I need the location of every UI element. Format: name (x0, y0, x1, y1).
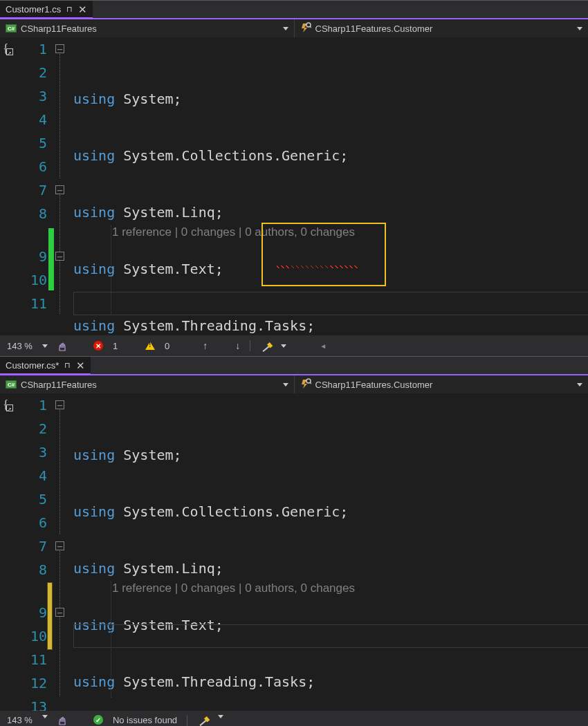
tab-strip: Customer1.cs ⊓ ✕ (0, 0, 588, 18)
next-issue-button[interactable]: ↓ (235, 340, 240, 351)
tab-title: Customer1.cs (6, 4, 61, 15)
current-line-highlight (73, 624, 588, 648)
change-marker (47, 582, 53, 650)
line-numbers: 12345678 910111213 (21, 393, 54, 711)
chevron-down-icon[interactable] (42, 715, 48, 718)
health-indicator-icon[interactable] (57, 341, 68, 351)
pin-icon[interactable]: ⊓ (64, 361, 71, 370)
change-marker (48, 228, 54, 290)
ok-icon[interactable]: ✓ (93, 715, 103, 725)
nav-class-dropdown[interactable]: CSharp11Features.Customer (294, 19, 589, 37)
nav-class-label: CSharp11Features.Customer (315, 380, 433, 390)
editor-status-bar: 143 % ✕ 1 0 ↑ ↓ ◄ (0, 335, 588, 356)
tab-customer1[interactable]: Customer1.cs ⊓ ✕ (0, 1, 93, 19)
csharp-icon: C# (6, 24, 17, 32)
error-count: 1 (113, 341, 118, 351)
error-icon[interactable]: ✕ (93, 341, 103, 351)
pin-icon[interactable]: ⊓ (66, 5, 73, 14)
scroll-left-icon[interactable]: ◄ (320, 342, 327, 350)
csharp-icon: C# (6, 380, 17, 389)
navigation-bar: C# CSharp11Features CSharp11Features.Cus… (0, 374, 588, 393)
nav-class-label: CSharp11Features.Customer (315, 24, 433, 34)
navigation-bar: C# CSharp11Features CSharp11Features.Cus… (0, 18, 588, 37)
tab-customer[interactable]: Customer.cs* ⊓ ✕ (0, 357, 91, 375)
structure-visualizer-icon[interactable]: {↗ (0, 41, 21, 56)
svg-line-1 (310, 26, 311, 28)
chevron-down-icon[interactable] (218, 715, 223, 718)
fold-gutter[interactable] (54, 37, 73, 335)
zoom-level[interactable]: 143 % (7, 341, 33, 351)
zoom-level[interactable]: 143 % (7, 715, 33, 725)
class-icon (300, 22, 311, 35)
warning-count: 0 (165, 341, 169, 351)
chevron-down-icon[interactable] (281, 344, 286, 348)
nav-namespace-label: CSharp11Features (21, 380, 97, 390)
fold-toggle[interactable] (55, 541, 64, 550)
nav-namespace-dropdown[interactable]: C# CSharp11Features (0, 19, 294, 37)
chevron-down-icon (577, 383, 582, 387)
nav-class-dropdown[interactable]: CSharp11Features.Customer (294, 375, 589, 393)
tab-title: Customer.cs* (6, 360, 59, 371)
chevron-down-icon[interactable] (42, 344, 48, 348)
codelens[interactable]: 1 reference | 0 changes | 0 authors, 0 c… (112, 581, 355, 595)
structure-visualizer-icon[interactable]: {↗ (0, 398, 21, 412)
nav-namespace-label: CSharp11Features (21, 24, 97, 34)
fold-toggle[interactable] (55, 185, 64, 194)
close-icon[interactable]: ✕ (78, 3, 87, 16)
code-editor[interactable]: {↗ 12345678 910111213 using System; usin… (0, 393, 588, 711)
chevron-down-icon (283, 27, 288, 30)
codelens[interactable]: 1 reference | 0 changes | 0 authors, 0 c… (112, 225, 355, 239)
fold-gutter[interactable] (54, 393, 73, 711)
prev-issue-button[interactable]: ↑ (203, 340, 208, 351)
line-numbers: 12345678 91011 (21, 37, 54, 335)
fold-toggle[interactable] (55, 252, 64, 261)
status-text: No issues found (113, 715, 177, 725)
cleanup-icon[interactable] (195, 713, 210, 726)
chevron-down-icon (283, 383, 288, 387)
svg-line-3 (310, 382, 311, 384)
chevron-down-icon (577, 27, 582, 30)
health-indicator-icon[interactable] (57, 715, 68, 725)
editor-status-bar: 143 % ✓ No issues found (0, 711, 588, 726)
fold-toggle[interactable] (55, 400, 64, 409)
fold-toggle[interactable] (55, 608, 64, 617)
code-editor[interactable]: {↗ 12345678 91011 using System; using Sy… (0, 37, 588, 335)
class-icon (300, 378, 311, 391)
warning-icon[interactable] (145, 342, 155, 350)
close-icon[interactable]: ✕ (76, 360, 85, 372)
current-line-highlight (73, 292, 588, 315)
cleanup-icon[interactable] (258, 338, 273, 353)
error-squiggle (277, 266, 360, 268)
nav-namespace-dropdown[interactable]: C# CSharp11Features (0, 375, 294, 393)
tab-strip: Customer.cs* ⊓ ✕ (0, 356, 588, 374)
fold-toggle[interactable] (55, 44, 64, 53)
